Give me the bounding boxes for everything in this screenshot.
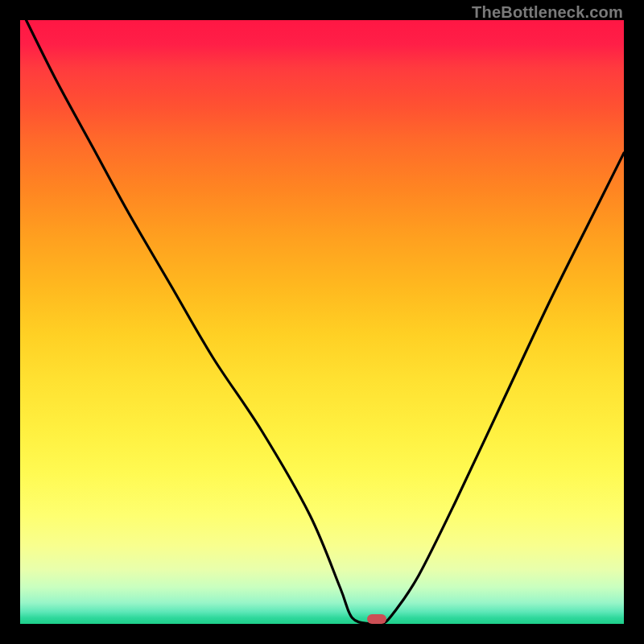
plot-area xyxy=(20,20,624,624)
chart-container: TheBottleneck.com xyxy=(0,0,644,644)
optimal-point-marker xyxy=(367,614,386,624)
bottleneck-curve xyxy=(20,20,624,624)
watermark-text: TheBottleneck.com xyxy=(472,3,623,22)
